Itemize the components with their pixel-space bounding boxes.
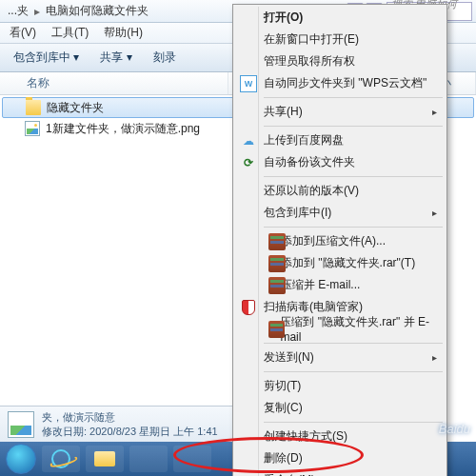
explorer-icon <box>94 451 115 466</box>
include-library-button[interactable]: 包含到库中 ▾ <box>4 47 89 69</box>
cloud-icon: ☁ <box>240 132 257 149</box>
ctx-add-rar[interactable]: 添加到 "隐藏文件夹.rar"(T) <box>235 252 445 274</box>
column-name[interactable]: 名称 <box>0 72 228 94</box>
breadcrumb-sep-icon: ▸ <box>32 5 42 18</box>
status-text: 夹，做演示随意 修改日期: 2020/8/23 星期日 上午 1:41 <box>42 410 218 438</box>
ctx-compress-email[interactable]: 压缩并 E-mail... <box>235 274 445 296</box>
breadcrumb-seg[interactable]: 电脑如何隐藏文件夹 <box>42 3 152 19</box>
status-bar: 夹，做演示随意 修改日期: 2020/8/23 星期日 上午 1:41 <box>0 406 248 442</box>
separator <box>264 227 443 228</box>
ctx-rename[interactable]: 重命名(M) <box>235 469 445 476</box>
ctx-open-new-window[interactable]: 在新窗口中打开(E) <box>235 29 445 50</box>
ctx-restore-previous[interactable]: 还原以前的版本(V) <box>235 180 445 202</box>
breadcrumb-seg[interactable]: ...夹 <box>4 3 32 19</box>
ctx-share[interactable]: 共享(H) <box>235 101 445 123</box>
image-icon <box>25 121 40 136</box>
taskbar-app[interactable] <box>129 446 168 472</box>
shield-icon <box>240 299 257 316</box>
menu-view[interactable]: 看(V) <box>2 23 44 43</box>
folder-icon <box>26 100 41 115</box>
rar-icon <box>268 321 285 338</box>
wps-icon: W <box>240 75 257 92</box>
ctx-include-library[interactable]: 包含到库中(I) <box>235 202 445 224</box>
ctx-open[interactable]: 打开(O) <box>235 7 445 29</box>
watermark: Baidu <box>439 422 470 436</box>
status-thumbnail-icon <box>8 411 34 438</box>
ctx-copy[interactable]: 复制(C) <box>235 397 445 419</box>
explorer-window: ...夹 ▸ 电脑如何隐藏文件夹 ▾ ↻ 搜索 电脑如何隐... 看(V) 工具… <box>0 0 476 476</box>
ctx-admin-ownership[interactable]: 管理员取得所有权 <box>235 50 445 72</box>
share-button[interactable]: 共享 ▾ <box>90 47 141 69</box>
ctx-delete[interactable]: 删除(D) <box>235 447 445 469</box>
burn-button[interactable]: 刻录 <box>144 47 186 69</box>
ctx-cut[interactable]: 剪切(T) <box>235 375 445 397</box>
separator <box>264 176 443 177</box>
context-menu: 打开(O) 在新窗口中打开(E) 管理员取得所有权 W自动同步文件夹到 "WPS… <box>232 4 447 476</box>
taskbar-ie[interactable] <box>42 446 80 472</box>
menu-help[interactable]: 帮助(H) <box>96 23 150 43</box>
rar-icon <box>268 277 286 294</box>
menu-tools[interactable]: 工具(T) <box>44 23 96 43</box>
refresh-icon: ⟳ <box>240 154 257 171</box>
ctx-send-to[interactable]: 发送到(N) <box>235 347 445 368</box>
ctx-auto-backup[interactable]: ⟳自动备份该文件夹 <box>235 151 445 173</box>
separator <box>264 97 443 98</box>
rar-icon <box>268 233 286 250</box>
ctx-wps-sync[interactable]: W自动同步文件夹到 "WPS云文档" <box>235 72 445 94</box>
taskbar-explorer[interactable] <box>86 446 124 472</box>
file-name: 1新建文件夹，做演示随意.png <box>46 121 200 137</box>
taskbar-app[interactable] <box>173 446 211 472</box>
separator <box>264 371 443 372</box>
separator <box>264 126 443 127</box>
ctx-compress-rar-email[interactable]: 压缩到 "隐藏文件夹.rar" 并 E-mail <box>235 318 445 340</box>
rar-icon <box>268 255 286 272</box>
start-button[interactable] <box>6 444 36 474</box>
ctx-add-archive[interactable]: 添加到压缩文件(A)... <box>235 230 445 252</box>
file-name: 隐藏文件夹 <box>47 100 104 116</box>
ctx-baidu-upload[interactable]: ☁上传到百度网盘 <box>235 129 445 151</box>
ctx-create-shortcut[interactable]: 创建快捷方式(S) <box>235 426 445 447</box>
ie-icon <box>51 449 70 468</box>
separator <box>264 422 443 423</box>
